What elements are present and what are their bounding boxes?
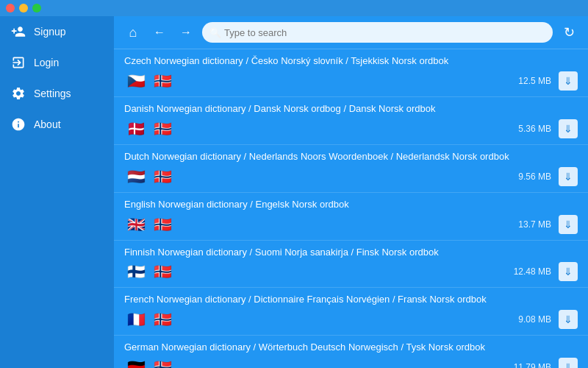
refresh-button[interactable]: ↻ [559, 22, 579, 43]
dict-size: 5.36 MB [518, 124, 551, 134]
signup-label: Signup [34, 26, 66, 38]
dict-title: Dutch Norwegian dictionary / Nederlands … [124, 151, 578, 163]
dict-right: 5.36 MB ⇓ [518, 119, 578, 138]
dict-title: German Norwegian dictionary / Wörterbuch… [124, 342, 578, 354]
dict-title: French Norwegian dictionary / Dictionnai… [124, 294, 578, 306]
gear-icon [10, 85, 26, 102]
forward-button[interactable]: → [176, 22, 196, 43]
dict-bottom: 🇨🇿 🇳🇴 12.5 MB ⇓ [124, 71, 578, 91]
dict-bottom: 🇩🇰 🇳🇴 5.36 MB ⇓ [124, 119, 578, 138]
dict-item[interactable]: Czech Norwegian dictionary / Česko Norsk… [114, 49, 588, 97]
sidebar-item-signup[interactable]: Signup [0, 16, 114, 47]
search-wrapper: 🔍 [202, 22, 553, 43]
flag1: 🇩🇰 [124, 121, 148, 137]
download-button[interactable]: ⇓ [559, 119, 578, 138]
toolbar: ⌂ ← → 🔍 ↻ [114, 16, 588, 49]
dict-size: 12.48 MB [514, 266, 551, 277]
flag2: 🇳🇴 [151, 311, 174, 328]
dict-right: 12.5 MB ⇓ [518, 71, 578, 91]
flag2: 🇳🇴 [151, 73, 174, 89]
download-button[interactable]: ⇓ [559, 167, 578, 186]
dict-right: 9.08 MB ⇓ [518, 310, 578, 329]
dict-size: 13.7 MB [518, 219, 551, 230]
dict-bottom: 🇬🇧 🇳🇴 13.7 MB ⇓ [124, 215, 578, 234]
back-button[interactable]: ← [149, 22, 170, 43]
download-button[interactable]: ⇓ [559, 358, 578, 368]
flags: 🇩🇪 🇳🇴 [124, 359, 174, 368]
dict-title: Czech Norwegian dictionary / Česko Norsk… [124, 55, 578, 68]
dict-right: 9.56 MB ⇓ [518, 167, 578, 186]
sidebar: Signup Login Settings About [0, 0, 114, 368]
dict-right: 13.7 MB ⇓ [518, 215, 578, 234]
flag2: 🇳🇴 [151, 169, 174, 185]
dict-right: 11.79 MB ⇓ [514, 358, 578, 368]
traffic-lights [6, 4, 41, 13]
dict-title: English Norwegian dictionary / Engelsk N… [124, 199, 578, 211]
flags: 🇩🇰 🇳🇴 [124, 121, 174, 137]
download-button[interactable]: ⇓ [559, 310, 578, 329]
dict-size: 9.56 MB [518, 171, 551, 182]
download-button[interactable]: ⇓ [559, 215, 578, 234]
flags: 🇫🇮 🇳🇴 [124, 263, 174, 280]
flag1: 🇨🇿 [124, 73, 148, 89]
download-button[interactable]: ⇓ [559, 71, 578, 91]
flag1: 🇩🇪 [124, 359, 148, 368]
flag2: 🇳🇴 [151, 359, 174, 368]
flag1: 🇫🇮 [124, 263, 148, 280]
titlebar [0, 0, 588, 16]
dict-title: Danish Norwegian dictionary / Dansk Nors… [124, 103, 578, 116]
flag2: 🇳🇴 [151, 216, 174, 233]
sidebar-item-login[interactable]: Login [0, 47, 114, 78]
sidebar-item-about[interactable]: About [0, 109, 114, 140]
home-button[interactable]: ⌂ [123, 22, 143, 43]
dict-bottom: 🇫🇷 🇳🇴 9.08 MB ⇓ [124, 310, 578, 329]
flag2: 🇳🇴 [151, 121, 174, 137]
flag1: 🇬🇧 [124, 216, 148, 233]
login-icon [10, 54, 26, 71]
maximize-button[interactable] [32, 4, 41, 13]
close-button[interactable] [6, 4, 15, 13]
flag1: 🇳🇱 [124, 169, 148, 185]
dict-bottom: 🇳🇱 🇳🇴 9.56 MB ⇓ [124, 167, 578, 186]
dict-size: 9.08 MB [518, 314, 551, 325]
search-input[interactable] [202, 22, 553, 43]
flags: 🇨🇿 🇳🇴 [124, 73, 174, 89]
dict-size: 12.5 MB [518, 76, 551, 86]
minimize-button[interactable] [19, 4, 28, 13]
dict-size: 11.79 MB [514, 362, 551, 368]
flags: 🇳🇱 🇳🇴 [124, 169, 174, 185]
sidebar-item-settings[interactable]: Settings [0, 78, 114, 109]
flags: 🇬🇧 🇳🇴 [124, 216, 174, 233]
settings-label: Settings [34, 88, 71, 99]
main-content: ⌂ ← → 🔍 ↻ Czech Norwegian dictionary / Č… [114, 16, 588, 368]
dict-title: Finnish Norwegian dictionary / Suomi Nor… [124, 247, 578, 259]
dict-item[interactable]: English Norwegian dictionary / Engelsk N… [114, 193, 588, 241]
about-label: About [34, 118, 61, 130]
login-label: Login [34, 57, 59, 68]
dict-bottom: 🇫🇮 🇳🇴 12.48 MB ⇓ [124, 262, 578, 281]
download-button[interactable]: ⇓ [559, 262, 578, 281]
person-add-icon [10, 24, 26, 40]
dict-item[interactable]: Danish Norwegian dictionary / Dansk Nors… [114, 97, 588, 145]
flag2: 🇳🇴 [151, 263, 174, 280]
dictionary-list: Czech Norwegian dictionary / Česko Norsk… [114, 49, 588, 368]
info-icon [10, 116, 26, 132]
dict-item[interactable]: Dutch Norwegian dictionary / Nederlands … [114, 145, 588, 193]
dict-item[interactable]: Finnish Norwegian dictionary / Suomi Nor… [114, 241, 588, 289]
dict-item[interactable]: German Norwegian dictionary / Wörterbuch… [114, 336, 588, 368]
dict-right: 12.48 MB ⇓ [514, 262, 578, 281]
flags: 🇫🇷 🇳🇴 [124, 311, 174, 328]
dict-item[interactable]: French Norwegian dictionary / Dictionnai… [114, 288, 588, 336]
flag1: 🇫🇷 [124, 311, 148, 328]
dict-bottom: 🇩🇪 🇳🇴 11.79 MB ⇓ [124, 358, 578, 368]
